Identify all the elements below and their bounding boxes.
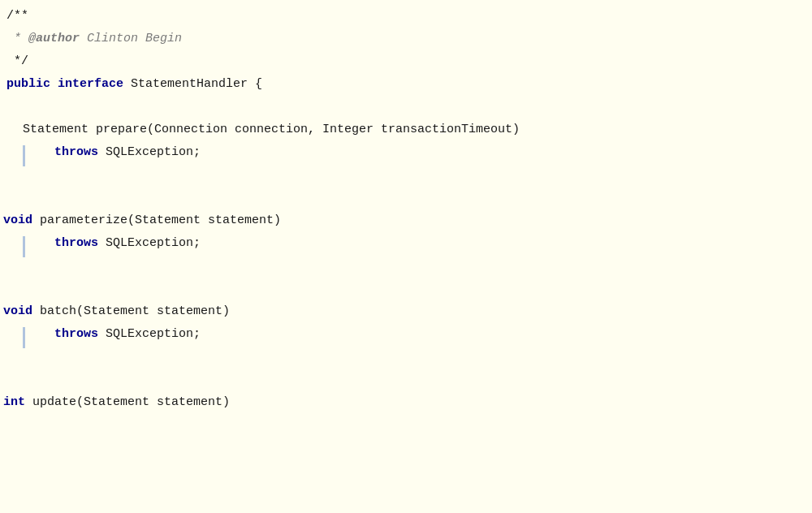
line-interface-decl: public interface StatementHandler {: [0, 76, 812, 99]
line-empty-6: [0, 349, 812, 372]
line-comment-close: */: [0, 54, 812, 76]
vertical-bar-3: [23, 327, 25, 348]
line-empty-1: [0, 99, 812, 122]
line-comment-open: /**: [0, 8, 812, 31]
line-prepare-sig: Statement prepare(Connection connection,…: [0, 122, 812, 144]
line-empty-5: [0, 281, 812, 304]
line-update-sig: int update(Statement statement): [0, 394, 812, 417]
line-parameterize-sig: void parameterize(Statement statement): [0, 213, 812, 235]
line-empty-7: [0, 372, 812, 394]
line-empty-3: [0, 190, 812, 213]
line-prepare-throws: throws SQLException;: [0, 144, 812, 167]
line-parameterize-throws: throws SQLException;: [0, 235, 812, 258]
line-batch-throws: throws SQLException;: [0, 326, 812, 349]
line-author: * @author Clinton Begin: [0, 31, 812, 54]
line-empty-2: [0, 167, 812, 190]
vertical-bar-1: [23, 145, 25, 166]
vertical-bar-2: [23, 236, 25, 257]
line-batch-sig: void batch(Statement statement): [0, 304, 812, 326]
line-empty-4: [0, 258, 812, 281]
code-editor: /** * @author Clinton Begin */ public in…: [0, 0, 812, 513]
